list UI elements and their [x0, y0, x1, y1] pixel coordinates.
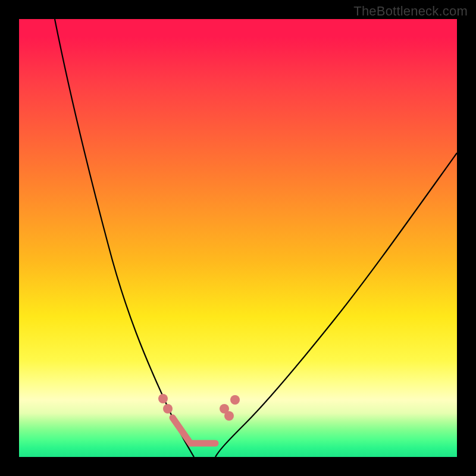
right-curve: [215, 153, 457, 457]
watermark-text: TheBottleneck.com: [353, 4, 468, 19]
bead-right-b: [224, 411, 234, 421]
plot-area: [19, 19, 457, 457]
bead-left-lower: [163, 404, 173, 414]
curves-layer: [19, 19, 457, 457]
chart-frame: TheBottleneck.com: [0, 0, 476, 476]
left-curve: [55, 19, 194, 457]
bead-segment: [173, 418, 215, 443]
bead-right-c: [230, 395, 240, 405]
bead-left-upper: [158, 394, 168, 403]
bead-cluster: [158, 394, 240, 443]
